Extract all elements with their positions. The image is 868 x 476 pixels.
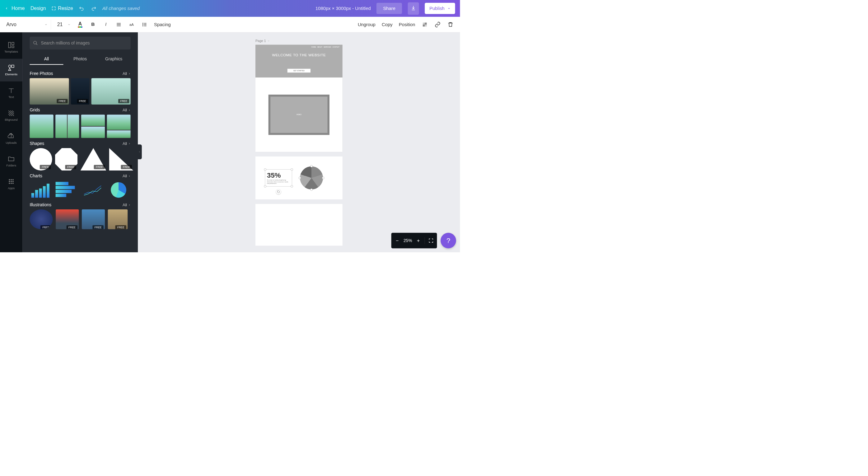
rotate-handle[interactable] <box>276 189 281 194</box>
svg-point-7 <box>143 26 143 26</box>
transparency-button[interactable] <box>422 21 428 28</box>
help-button[interactable]: ? <box>440 233 456 248</box>
apps-icon <box>7 178 14 185</box>
section-free-photos: Free Photos <box>30 71 53 76</box>
font-size-select[interactable]: 21 <box>57 22 71 27</box>
align-button[interactable] <box>116 21 122 28</box>
see-all-shapes[interactable]: All <box>123 141 131 146</box>
text-toolbar: Arvo 21 A B I aA Spacing Ungroup Copy Po… <box>0 17 460 32</box>
undo-button[interactable] <box>79 5 85 11</box>
text-color-button[interactable]: A <box>77 21 83 28</box>
nav-elements[interactable]: Elements <box>0 59 22 82</box>
fullscreen-button[interactable] <box>428 238 434 243</box>
undo-icon <box>79 5 85 11</box>
illustration-thumb[interactable]: FREE <box>30 210 53 229</box>
share-button[interactable]: Share <box>376 3 402 14</box>
shape-triangle[interactable]: FREE <box>81 148 106 170</box>
chevron-down-icon <box>447 7 451 10</box>
photo-thumb[interactable]: FREE <box>71 78 89 104</box>
shape-right-triangle[interactable]: FREE <box>109 148 133 170</box>
svg-point-22 <box>12 181 14 182</box>
search-icon <box>33 40 38 45</box>
nav-folders[interactable]: Folders <box>0 150 22 172</box>
templates-icon <box>7 41 14 49</box>
chevron-down-icon <box>67 23 71 26</box>
list-button[interactable] <box>141 21 148 28</box>
nav-apps[interactable]: Apps <box>0 172 22 195</box>
nav-text[interactable]: Text <box>0 82 22 104</box>
nav-uploads[interactable]: Uploads <box>0 127 22 150</box>
italic-button[interactable]: I <box>103 21 109 28</box>
bold-button[interactable]: B <box>90 21 96 28</box>
grid-thumb[interactable] <box>30 115 53 138</box>
resize-icon <box>52 6 56 10</box>
chart-line-thumb[interactable] <box>81 181 106 199</box>
selected-text-element[interactable]: 35% the action or activity of gathering … <box>267 171 290 185</box>
chart-pie-thumb[interactable] <box>109 181 131 199</box>
search-input[interactable] <box>41 40 127 45</box>
chart-bar-thumb[interactable] <box>30 181 51 199</box>
back-button[interactable]: Home <box>5 6 25 11</box>
document-title[interactable]: 1080px × 3000px - Untitled <box>315 6 371 11</box>
zoom-out-button[interactable]: − <box>395 238 400 243</box>
photo-thumb[interactable]: FREE <box>30 78 69 104</box>
chevron-left-icon <box>5 7 8 10</box>
illustration-thumb[interactable]: FREE <box>56 210 79 229</box>
see-all-charts[interactable]: All <box>123 173 131 178</box>
text-case-button[interactable]: aA <box>128 21 135 28</box>
link-button[interactable] <box>434 21 441 28</box>
svg-point-5 <box>143 23 143 23</box>
chevron-right-icon <box>128 109 130 111</box>
page-label[interactable]: Page 1 <box>255 39 343 43</box>
chevron-right-icon <box>128 72 130 75</box>
section-charts: Charts <box>30 173 42 179</box>
illustration-thumb[interactable]: FREE <box>82 210 105 229</box>
svg-point-25 <box>12 183 14 184</box>
chart-hbar-thumb[interactable] <box>54 181 79 199</box>
canvas-area[interactable]: Page 1 HOME ABOUT SERVICES CONTACT WELCO… <box>138 32 460 252</box>
folders-icon <box>7 155 14 162</box>
shape-circle[interactable]: FREE <box>30 148 52 170</box>
see-all-free-photos[interactable]: All <box>123 71 131 76</box>
see-all-grids[interactable]: All <box>123 108 131 112</box>
photo-thumb[interactable]: FREE <box>91 78 130 104</box>
nav-bkground[interactable]: Bkground <box>0 104 22 127</box>
canvas-page-3[interactable] <box>255 204 343 246</box>
panel-tabs: All Photos Graphics <box>22 52 138 65</box>
svg-point-15 <box>8 65 11 67</box>
search-box[interactable] <box>30 37 130 50</box>
zoom-in-button[interactable]: + <box>416 238 421 243</box>
illustration-thumb[interactable]: FREE <box>108 210 128 229</box>
svg-point-21 <box>10 181 12 182</box>
delete-button[interactable] <box>447 21 454 28</box>
position-button[interactable]: Position <box>399 22 415 27</box>
text-case-icon: aA <box>128 22 135 27</box>
tab-photos[interactable]: Photos <box>63 54 97 65</box>
home-link[interactable]: Home <box>11 6 25 11</box>
ungroup-button[interactable]: Ungroup <box>358 22 375 27</box>
svg-rect-9 <box>425 22 427 24</box>
grid-thumb[interactable] <box>107 115 130 138</box>
tab-graphics[interactable]: Graphics <box>97 54 131 65</box>
zoom-level[interactable]: 25% <box>404 238 412 243</box>
canvas-page-2[interactable]: 35% the action or activity of gathering … <box>255 157 343 199</box>
resize-button[interactable]: Resize <box>52 6 73 11</box>
copy-button[interactable]: Copy <box>382 22 393 27</box>
grid-thumb[interactable] <box>55 115 79 138</box>
font-select[interactable]: Arvo <box>6 20 51 30</box>
section-illustrations: Illustrations <box>30 202 51 207</box>
design-link[interactable]: Design <box>30 6 46 11</box>
spacing-button[interactable]: Spacing <box>154 22 171 27</box>
tab-all[interactable]: All <box>30 54 63 65</box>
publish-button[interactable]: Publish <box>425 3 455 14</box>
page-video: VIDEO <box>269 95 330 135</box>
download-button[interactable] <box>408 2 419 14</box>
shape-octagon[interactable]: FREE <box>55 148 78 170</box>
redo-button[interactable] <box>91 5 96 11</box>
canvas-page-1[interactable]: HOME ABOUT SERVICES CONTACT WELCOME TO T… <box>255 45 343 152</box>
nav-templates[interactable]: Templates <box>0 36 22 59</box>
see-all-illustrations[interactable]: All <box>123 202 131 207</box>
svg-text:B: B <box>91 22 95 27</box>
grid-thumb[interactable] <box>81 115 105 138</box>
zoom-controls: − 25% + <box>392 233 437 248</box>
